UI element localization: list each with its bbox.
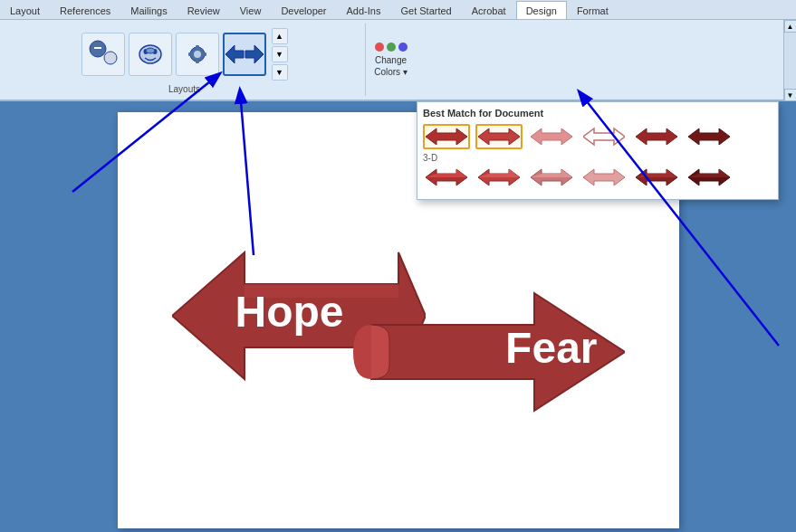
svg-marker-17 [531,128,572,145]
svg-point-8 [194,51,201,58]
color-dots [375,43,408,52]
ribbon-body: ▲ ▼ ▼ Layouts ChangeColors ▾ [0,20,796,101]
svg-marker-20 [688,128,730,145]
arrow-3d-style-5[interactable] [633,165,680,190]
ribbon-tabs: Layout References Mailings Review View D… [0,0,796,20]
tab-addins[interactable]: Add-Ins [337,1,391,19]
arrow-style-4[interactable] [580,124,628,149]
tab-acrobat[interactable]: Acrobat [462,1,516,19]
tab-view[interactable]: View [230,1,272,19]
tab-developer[interactable]: Developer [271,1,336,19]
layout-btn-1[interactable] [82,33,125,76]
change-colors-button[interactable]: ChangeColors ▾ [366,24,416,96]
scroll-down2-btn[interactable]: ▼ [272,64,288,81]
layout-btn-2[interactable] [129,33,172,76]
arrow-3d-style-3[interactable] [528,165,575,190]
fear-text: Fear [505,323,597,373]
svg-rect-9 [196,45,199,50]
svg-rect-12 [202,52,206,56]
arrow-style-1[interactable] [423,124,470,149]
ribbon-scroll-down[interactable]: ▼ [784,89,797,101]
svg-marker-27 [583,169,625,185]
change-colors-label: ChangeColors ▾ [374,54,408,78]
tab-design[interactable]: Design [516,1,567,19]
svg-marker-19 [636,128,677,145]
tab-format[interactable]: Format [567,1,619,19]
arrow-style-2[interactable] [475,124,523,149]
svg-marker-15 [426,128,467,145]
svg-marker-18 [583,128,625,145]
tab-references[interactable]: References [50,1,120,19]
arrow-3d-style-1[interactable] [423,165,470,190]
ribbon-scrollbar: ▲ ▼ [783,20,796,101]
arrow-row-1 [423,124,772,149]
section-label-3d: 3-D [423,153,772,163]
tab-layout[interactable]: Layout [0,1,50,19]
svg-point-6 [146,48,155,53]
dropdown-title: Best Match for Document [423,108,772,119]
svg-marker-14 [245,45,264,63]
scroll-down-btn[interactable]: ▼ [272,46,288,62]
scroll-column: ▲ ▼ ▼ [272,28,288,81]
tab-getstarted[interactable]: Get Started [390,1,461,19]
hope-text: Hope [235,287,344,337]
scroll-up-btn[interactable]: ▲ [272,28,288,44]
svg-marker-13 [225,45,244,63]
layout-buttons-group: ▲ ▼ ▼ [82,25,288,82]
arrow-style-6[interactable] [686,124,733,149]
layout-btn-3[interactable] [176,33,219,76]
ribbon-scroll-up[interactable]: ▲ [784,20,797,33]
arrow-style-3[interactable] [528,124,575,149]
svg-point-2 [104,52,117,64]
layout-btn-4-double-arrow[interactable] [223,33,266,76]
svg-rect-1 [94,47,101,49]
dot-blue [398,43,408,52]
arrow-row-2 [423,165,772,190]
arrow-3d-style-6[interactable] [686,165,733,190]
tab-review[interactable]: Review [177,1,230,19]
dot-red [375,43,384,52]
arrow-3d-style-4[interactable] [580,165,628,190]
dot-green [387,43,396,52]
layouts-section: ▲ ▼ ▼ Layouts [4,24,366,96]
dropdown-panel: Best Match for Document [417,101,779,200]
arrows-container: Hope Fear [163,225,634,442]
arrow-style-5[interactable] [633,124,680,149]
svg-marker-16 [478,128,520,145]
arrow-3d-style-2[interactable] [475,165,523,190]
layouts-label: Layouts [168,84,200,94]
svg-rect-10 [196,59,199,63]
tab-mailings[interactable]: Mailings [120,1,177,19]
svg-rect-11 [188,52,193,56]
